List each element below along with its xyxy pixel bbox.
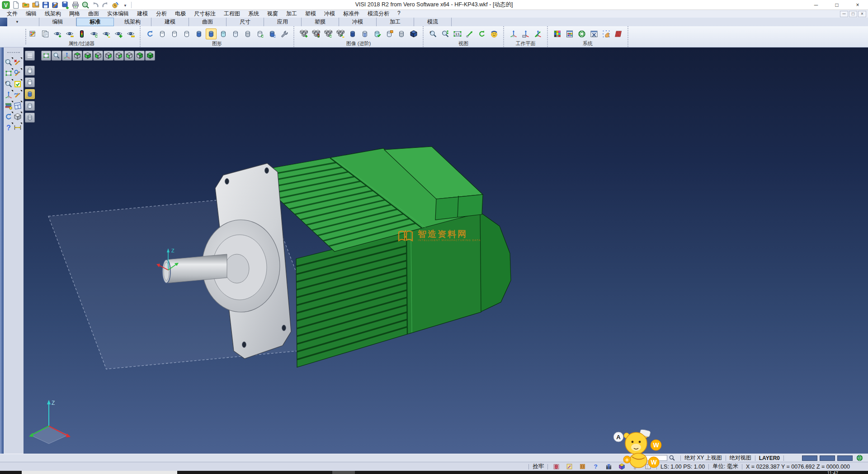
window-palette-icon[interactable] bbox=[564, 28, 575, 39]
search-icon[interactable] bbox=[669, 455, 675, 461]
cube-top-icon[interactable] bbox=[72, 51, 82, 61]
open-folder-icon[interactable] bbox=[22, 1, 30, 9]
menu-item-冲模[interactable]: 冲模 bbox=[320, 10, 339, 18]
menu-item-建模[interactable]: 建模 bbox=[133, 10, 152, 18]
print-icon[interactable] bbox=[71, 1, 80, 9]
arrow-ne-icon[interactable] bbox=[464, 28, 475, 39]
cube-navy-icon[interactable] bbox=[408, 28, 419, 39]
insert-file-icon[interactable] bbox=[32, 1, 40, 9]
archive-red-icon[interactable] bbox=[553, 463, 560, 470]
tab-dropdown-icon[interactable]: ▼ bbox=[12, 18, 23, 26]
axes-move-icon[interactable] bbox=[4, 90, 13, 100]
zoom-fit-icon[interactable] bbox=[440, 28, 451, 39]
zoom-plusminus-icon[interactable]: ± bbox=[4, 79, 13, 90]
color-table-icon[interactable] bbox=[552, 28, 563, 39]
measure-icon[interactable] bbox=[13, 122, 22, 133]
zoom-1-1-icon[interactable]: 1:1 bbox=[452, 28, 463, 39]
menu-item-分析[interactable]: 分析 bbox=[152, 10, 171, 18]
zoom-view-icon[interactable] bbox=[4, 57, 13, 68]
restore-button[interactable]: □ bbox=[826, 0, 847, 9]
redo-icon[interactable] bbox=[101, 1, 109, 9]
traffic-light-icon[interactable] bbox=[76, 28, 87, 39]
eye-remove-all-icon[interactable] bbox=[125, 28, 136, 39]
workplane-entity-icon[interactable] bbox=[520, 28, 531, 39]
doc-restore-button[interactable]: □ bbox=[849, 11, 857, 17]
validate-icon[interactable] bbox=[13, 79, 22, 90]
tab-塑膜[interactable]: 塑膜 bbox=[302, 18, 339, 26]
eye-plus-icon[interactable] bbox=[52, 28, 63, 39]
menu-item-加工[interactable]: 加工 bbox=[282, 10, 301, 18]
quick-search-input[interactable] bbox=[634, 455, 667, 461]
solids-refresh-icon[interactable] bbox=[323, 28, 334, 39]
tab-应用[interactable]: 应用 bbox=[264, 18, 302, 26]
cube-axon-icon[interactable] bbox=[135, 51, 145, 61]
new-doc-icon[interactable] bbox=[12, 1, 20, 9]
cylinder-wire-icon[interactable] bbox=[157, 28, 168, 39]
tab-冲模[interactable]: 冲模 bbox=[339, 18, 377, 26]
taskbar-item[interactable] bbox=[22, 471, 177, 474]
cylinder-navy-icon[interactable] bbox=[347, 28, 358, 39]
workplane-axes-icon[interactable] bbox=[508, 28, 519, 39]
tab-线架构[interactable]: 线架构 bbox=[114, 18, 151, 26]
tab-标准[interactable]: 标准 bbox=[76, 18, 114, 26]
globe-status-icon[interactable] bbox=[856, 455, 863, 461]
eye-refresh-icon[interactable] bbox=[89, 28, 99, 39]
tab-尺寸[interactable]: 尺寸 bbox=[226, 18, 264, 26]
workplane-align-icon[interactable] bbox=[533, 28, 543, 39]
cylinder-striped-icon[interactable] bbox=[359, 28, 370, 39]
cube-left-icon[interactable] bbox=[124, 51, 134, 61]
eye-minus-icon[interactable] bbox=[64, 28, 75, 39]
cube-iso-icon[interactable] bbox=[145, 51, 155, 61]
menu-item-编辑[interactable]: 编辑 bbox=[22, 10, 41, 18]
solids-traffic-icon[interactable] bbox=[311, 28, 321, 39]
question-blue-icon[interactable]: ? bbox=[592, 463, 599, 470]
cylinder-tag-icon[interactable] bbox=[384, 28, 395, 39]
cylinder-check-icon[interactable] bbox=[372, 28, 382, 39]
print-preview-icon[interactable] bbox=[81, 1, 90, 9]
cube-right-icon[interactable] bbox=[114, 51, 124, 61]
cylinder-transparent-icon[interactable] bbox=[218, 28, 229, 39]
window-grid-icon[interactable] bbox=[645, 463, 651, 470]
dropdown-icon[interactable]: ▼ bbox=[121, 1, 129, 9]
cylinder-hatch-adv-icon[interactable] bbox=[396, 28, 407, 39]
cube-grey-icon[interactable] bbox=[13, 111, 22, 122]
view-mode-indicator[interactable]: 绝对 XY 上视图 bbox=[684, 454, 722, 462]
menu-item-视窗[interactable]: 视窗 bbox=[263, 10, 282, 18]
os-taskbar[interactable]: 11:47 bbox=[0, 471, 868, 474]
select-frame-icon[interactable] bbox=[4, 68, 13, 79]
menu-item-文件[interactable]: 文件 bbox=[3, 10, 22, 18]
eye-plusminus-icon[interactable] bbox=[101, 28, 112, 39]
tab-建模[interactable]: 建模 bbox=[151, 18, 189, 26]
tab-加工[interactable]: 加工 bbox=[377, 18, 414, 26]
dock-grip[interactable] bbox=[0, 47, 4, 454]
zoom-view-icon[interactable] bbox=[52, 51, 61, 61]
visi-logo-icon[interactable]: V bbox=[2, 1, 10, 9]
color-swatch-1[interactable] bbox=[802, 455, 817, 461]
zoom-plusminus-icon[interactable]: ± bbox=[428, 28, 439, 39]
smiley-icon[interactable] bbox=[489, 28, 500, 39]
cylinder-shaded-icon[interactable] bbox=[25, 89, 35, 99]
cylinder-update-icon[interactable] bbox=[267, 28, 278, 39]
solids-plus-icon[interactable] bbox=[298, 28, 309, 39]
palette-drag-handle[interactable] bbox=[7, 52, 20, 53]
refresh-blue-icon[interactable] bbox=[4, 111, 13, 122]
menu-item-实体编辑[interactable]: 实体编辑 bbox=[103, 10, 133, 18]
magic-wand-icon[interactable] bbox=[566, 463, 573, 470]
color-swatch-3[interactable] bbox=[837, 455, 853, 461]
cube-front-icon[interactable] bbox=[93, 51, 103, 61]
ribbon-grabber[interactable] bbox=[25, 29, 27, 44]
stamp-orange-icon[interactable] bbox=[579, 463, 586, 470]
lock-toggle[interactable]: 拴牢 bbox=[533, 463, 544, 470]
history-icon[interactable] bbox=[111, 1, 119, 9]
cylinder-hatched-icon[interactable] bbox=[25, 113, 35, 123]
cube-color-icon[interactable] bbox=[618, 463, 625, 470]
menu-item-尺寸标注[interactable]: 尺寸标注 bbox=[190, 10, 220, 18]
select-frame-icon[interactable] bbox=[41, 51, 51, 61]
render-settings-icon[interactable] bbox=[279, 28, 290, 39]
menu-item-?[interactable]: ? bbox=[393, 10, 405, 18]
layout-windows-icon[interactable] bbox=[13, 100, 22, 111]
menu-item-标准件[interactable]: 标准件 bbox=[339, 10, 363, 18]
cylinder-wire-icon[interactable] bbox=[25, 66, 35, 76]
minimize-button[interactable]: ─ bbox=[806, 0, 826, 9]
cube-back-icon[interactable] bbox=[104, 51, 113, 61]
